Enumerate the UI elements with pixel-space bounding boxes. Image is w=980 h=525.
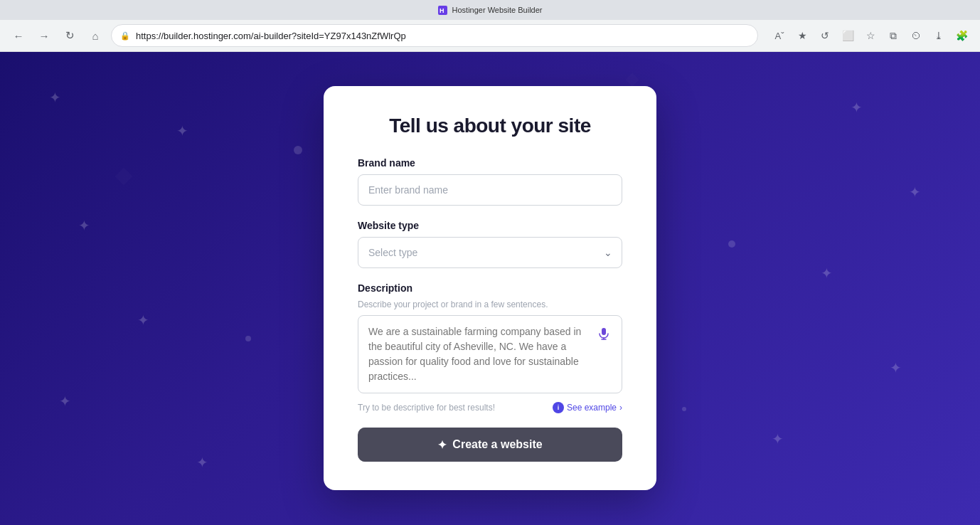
- download-button[interactable]: ⤓: [929, 26, 949, 46]
- svg-rect-2: [602, 328, 606, 335]
- description-group: Description Describe your project or bra…: [358, 282, 622, 396]
- hint-text: Try to be descriptive for best results!: [358, 403, 495, 413]
- description-sublabel: Describe your project or brand in a few …: [358, 299, 622, 309]
- textarea-wrapper: [358, 315, 622, 396]
- microphone-button[interactable]: [594, 324, 614, 344]
- sparkle-icon: ✦: [437, 438, 447, 452]
- info-icon: i: [553, 402, 564, 413]
- svg-text:H: H: [440, 7, 444, 14]
- history-button[interactable]: ⏲: [906, 26, 926, 46]
- browser-tab-title: Hostinger Website Builder: [452, 6, 543, 14]
- address-bar[interactable]: 🔒 https://builder.hostinger.com/ai-build…: [111, 24, 758, 47]
- description-label: Description: [358, 282, 622, 294]
- url-text: https://builder.hostinger.com/ai-builder…: [136, 31, 406, 41]
- chevron-right-icon: ›: [619, 403, 622, 413]
- brand-name-label: Brand name: [358, 157, 622, 169]
- create-button-label: Create a website: [452, 438, 542, 451]
- lock-icon: 🔒: [120, 31, 130, 41]
- website-type-select[interactable]: Select type: [358, 237, 622, 268]
- brand-name-input[interactable]: [358, 174, 622, 206]
- reload-button[interactable]: ↻: [60, 26, 80, 46]
- brand-name-group: Brand name: [358, 157, 622, 206]
- description-textarea[interactable]: [358, 315, 622, 393]
- create-website-button[interactable]: ✦ Create a website: [358, 428, 622, 462]
- favorites-button[interactable]: ☆: [861, 26, 880, 46]
- form-card: Tell us about your site Brand name Websi…: [324, 86, 656, 490]
- main-container: Tell us about your site Brand name Websi…: [0, 51, 980, 525]
- website-type-group: Website type Select type ⌄: [358, 220, 622, 268]
- back-button[interactable]: ←: [9, 26, 28, 46]
- page-title: Tell us about your site: [358, 115, 622, 137]
- split-view-button[interactable]: ⬜: [838, 26, 858, 46]
- browser-right-icons: Aˇ ★ ↺ ⬜ ☆ ⧉ ⏲ ⤓ 🧩: [769, 26, 971, 46]
- forward-button[interactable]: →: [34, 26, 54, 46]
- see-example-button[interactable]: i See example ›: [553, 402, 622, 413]
- bookmark-button[interactable]: ★: [792, 26, 812, 46]
- collections-button[interactable]: ⧉: [883, 26, 903, 46]
- extensions-button[interactable]: 🧩: [952, 26, 971, 46]
- form-hint-row: Try to be descriptive for best results! …: [358, 402, 622, 413]
- home-button[interactable]: ⌂: [85, 26, 105, 46]
- text-size-button[interactable]: Aˇ: [769, 26, 789, 46]
- browser-toolbar: ← → ↻ ⌂ 🔒 https://builder.hostinger.com/…: [0, 20, 980, 51]
- browser-favicon: H: [438, 5, 448, 15]
- website-type-select-wrapper: Select type ⌄: [358, 237, 622, 268]
- website-type-label: Website type: [358, 220, 622, 231]
- browser-chrome: H Hostinger Website Builder ← → ↻ ⌂ 🔒 ht…: [0, 0, 980, 52]
- see-example-label: See example: [567, 403, 617, 413]
- refresh-button[interactable]: ↺: [815, 26, 835, 46]
- browser-titlebar: H Hostinger Website Builder: [0, 0, 980, 20]
